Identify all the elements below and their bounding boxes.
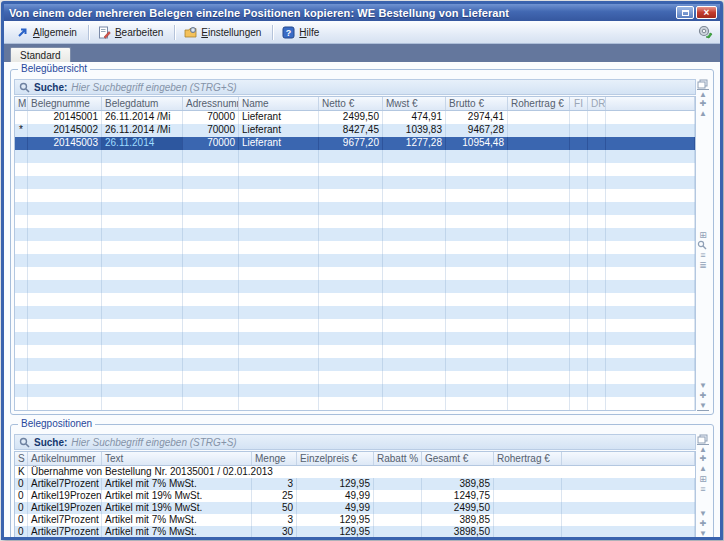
scroll-last-icon[interactable]: ▼ <box>697 401 709 411</box>
column-header-artikelnummer[interactable]: Artikelnummer <box>28 452 102 465</box>
table-row-empty[interactable] <box>15 384 695 397</box>
table-row[interactable]: 0Artikel19ProzentArtikel mit 19% MwSt.25… <box>15 490 695 502</box>
table-row-empty[interactable] <box>15 241 695 254</box>
column-header-dr[interactable]: DR <box>588 97 606 110</box>
column-header-belegnumme[interactable]: Belegnumme <box>28 97 102 110</box>
column-header-text[interactable]: Text <box>102 452 252 465</box>
column-header-menge[interactable]: Menge <box>252 452 297 465</box>
scroll-up-icon[interactable]: ▲ <box>697 109 709 119</box>
cell-fi <box>570 384 588 397</box>
table-row[interactable]: KÜbernahme von Bestellung Nr. 20135001 /… <box>15 466 695 478</box>
table-row-empty[interactable] <box>15 397 695 410</box>
column-chooser-icon[interactable] <box>697 434 709 444</box>
table-row-empty[interactable] <box>15 280 695 293</box>
cell-mwst <box>383 228 446 241</box>
belegpositionen-side-toolbar: ▲ ✚ ▲ ⊞ ≡ ▼ ✚ ▼ <box>696 434 710 537</box>
cell-netto: 2499,50 <box>319 111 383 124</box>
beleguebersicht-search-input[interactable]: Suche: Hier Suchbegriff eingeben (STRG+S… <box>14 79 696 95</box>
close-button[interactable]: × <box>696 6 717 19</box>
scroll-down-icon[interactable]: ▼ <box>697 509 709 519</box>
table-row-empty[interactable] <box>15 202 695 215</box>
cell-fi <box>570 371 588 384</box>
scroll-page-down-icon[interactable]: ✚ <box>697 391 709 401</box>
column-header-einzelpreis-[interactable]: Einzelpreis € <box>297 452 374 465</box>
table-row-empty[interactable] <box>15 306 695 319</box>
column-header-brutto-[interactable]: Brutto € <box>446 97 508 110</box>
column-header-rohertrag-[interactable]: Rohertrag € <box>508 97 570 110</box>
scroll-page-down-icon[interactable]: ✚ <box>697 519 709 529</box>
table-row-empty[interactable] <box>15 176 695 189</box>
column-header-m[interactable]: M <box>15 97 28 110</box>
table-row-empty[interactable] <box>15 293 695 306</box>
grid-columns-icon[interactable]: ⊞ <box>697 474 709 484</box>
scroll-page-up-icon[interactable]: ✚ <box>697 454 709 464</box>
column-header-rohertrag-[interactable]: Rohertrag € <box>494 452 562 465</box>
column-header-name[interactable]: Name <box>239 97 319 110</box>
scroll-page-up-icon[interactable]: ✚ <box>697 99 709 109</box>
cell-dr <box>588 306 606 319</box>
cell-netto <box>319 280 383 293</box>
column-header-belegdatum[interactable]: Belegdatum <box>102 97 183 110</box>
grid-tab-icon[interactable]: ≡ <box>697 484 709 494</box>
table-row-empty[interactable] <box>15 345 695 358</box>
tab-standard[interactable]: Standard <box>10 47 71 62</box>
table-row-empty[interactable] <box>15 228 695 241</box>
table-row[interactable]: 0Artikel7ProzentArtikel mit 7% MwSt.3129… <box>15 478 695 490</box>
scroll-first-icon[interactable]: ▲ <box>697 89 709 99</box>
column-header-fi[interactable]: FI <box>570 97 588 110</box>
scroll-up-icon[interactable]: ▲ <box>697 464 709 474</box>
table-row[interactable]: 2014500126.11.2014 /Mi70000Lieferant2499… <box>15 111 695 124</box>
cell-adressnummer <box>183 384 239 397</box>
table-row-empty[interactable] <box>15 358 695 371</box>
table-row-empty[interactable] <box>15 332 695 345</box>
column-header-netto-[interactable]: Netto € <box>319 97 383 110</box>
column-header-filler[interactable] <box>606 97 695 110</box>
column-header-mwst-[interactable]: Mwst € <box>383 97 446 110</box>
cell-menge: 3 <box>252 514 297 526</box>
column-header-rabatt-[interactable]: Rabatt % <box>374 452 422 465</box>
table-row-empty[interactable] <box>15 150 695 163</box>
grid-view-icon[interactable]: ≣ <box>697 260 709 270</box>
hilfe-button[interactable]: ? Hilfe <box>277 23 326 42</box>
table-row[interactable]: 2014500326.11.201470000Lieferant9677,201… <box>15 137 695 150</box>
grid-search-icon[interactable] <box>697 240 709 250</box>
table-row-empty[interactable] <box>15 215 695 228</box>
cell-brutto <box>446 306 508 319</box>
cell-mwst <box>383 150 446 163</box>
cell-_fill <box>562 490 695 502</box>
table-row[interactable]: 0Artikel19ProzentArtikel mit 19% MwSt.50… <box>15 502 695 514</box>
table-row-empty[interactable] <box>15 267 695 280</box>
refresh-settings-icon[interactable] <box>697 24 713 40</box>
scroll-last-icon[interactable]: ▼ <box>697 529 709 537</box>
bearbeiten-button[interactable]: Bearbeiten <box>93 23 170 42</box>
cell-_fill <box>606 163 695 176</box>
table-row-empty[interactable] <box>15 371 695 384</box>
table-row-empty[interactable] <box>15 319 695 332</box>
cell-dr <box>588 150 606 163</box>
restore-button[interactable] <box>676 6 694 19</box>
allgemein-button[interactable]: Allgemein <box>11 23 84 42</box>
table-row-empty[interactable] <box>15 189 695 202</box>
column-header-s[interactable]: S <box>15 452 28 465</box>
table-row[interactable]: 0Artikel7ProzentArtikel mit 7% MwSt.3129… <box>15 514 695 526</box>
table-row[interactable]: 0Artikel7ProzentArtikel mit 7% MwSt.3012… <box>15 526 695 537</box>
table-row-empty[interactable] <box>15 163 695 176</box>
column-chooser-icon[interactable] <box>697 79 709 89</box>
column-header-adressnumm[interactable]: Adressnumm <box>183 97 239 110</box>
scroll-down-icon[interactable]: ▼ <box>697 381 709 391</box>
column-header-gesamt-[interactable]: Gesamt € <box>422 452 494 465</box>
grid-columns-icon[interactable]: ⊞ <box>697 230 709 240</box>
column-header-filler[interactable] <box>562 452 695 465</box>
scroll-first-icon[interactable]: ▲ <box>697 444 709 454</box>
grid-tab-icon[interactable]: ≡ <box>697 250 709 260</box>
cell-adressnummer <box>183 345 239 358</box>
cell-m <box>15 371 28 384</box>
cell-belegdatum <box>102 384 183 397</box>
belegpositionen-search-input[interactable]: Suche: Hier Suchbegriff eingeben (STRG+S… <box>14 434 696 450</box>
titlebar[interactable]: Von einem oder mehreren Belegen einzelne… <box>4 4 720 21</box>
table-row-empty[interactable] <box>15 254 695 267</box>
cell-adressnummer: 70000 <box>183 124 239 137</box>
einstellungen-button[interactable]: Einstellungen <box>179 23 268 42</box>
table-row[interactable]: *2014500226.11.2014 /Mi70000Lieferant842… <box>15 124 695 137</box>
cell-_fill <box>562 478 695 490</box>
